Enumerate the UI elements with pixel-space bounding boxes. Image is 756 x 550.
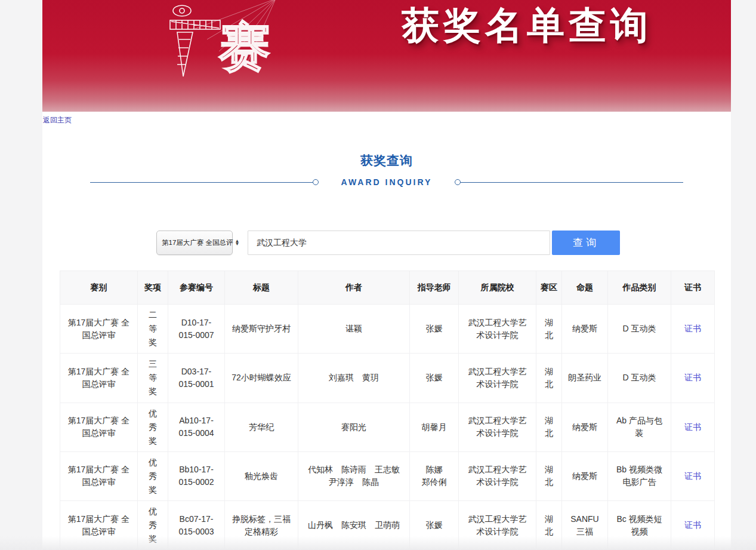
header-work-type: 作品类别 <box>608 271 671 305</box>
cell-category: 第17届大广赛 全国总评审 <box>60 402 138 451</box>
certificate-link[interactable]: 证书 <box>684 520 701 530</box>
cell-region: 湖北 <box>536 402 562 451</box>
header-region: 赛区 <box>536 271 562 305</box>
table-body: 第17届大广赛 全国总评审二等奖D10-17-015-0007纳爱斯守护牙村谌颖… <box>60 305 715 550</box>
certificate-link[interactable]: 证书 <box>684 373 701 382</box>
cell-topic: 纳爱斯 <box>562 402 608 451</box>
cell-category: 第17届大广赛 全国总评审 <box>60 354 138 402</box>
cell-region: 湖北 <box>536 354 562 402</box>
page-container: 赛 获奖名单查询 返回主页 获奖查询 AWARD INQUIRY 第17届大广赛… <box>42 0 731 550</box>
award-label: 优秀奖 <box>149 407 158 448</box>
cell-cert: 证书 <box>671 402 715 451</box>
cell-award: 优秀奖 <box>138 451 168 500</box>
cell-work_type: Ab 产品与包装 <box>608 402 671 451</box>
cell-region: 湖北 <box>536 451 562 500</box>
inquiry-subtitle-row: AWARD INQUIRY <box>90 177 683 187</box>
cell-school: 武汉工程大学艺术设计学院 <box>459 305 536 354</box>
cell-work_type: Bb 视频类微电影广告 <box>608 451 671 500</box>
header-cert: 证书 <box>671 271 715 305</box>
back-link-row: 返回主页 <box>42 112 731 125</box>
cell-category: 第17届大广赛 全国总评审 <box>60 451 138 500</box>
cell-authors: 刘嘉琪 黄玥 <box>298 354 410 402</box>
contest-select[interactable]: 第17届大广赛 全国总评 ▲▼ <box>156 231 233 255</box>
award-label: 二等奖 <box>149 308 158 349</box>
inquiry-title: 获奖查询 <box>42 152 731 169</box>
cell-authors: 代知林 陈诗雨 王志敏 尹淳淳 陈晶 <box>298 451 410 500</box>
cell-cert: 证书 <box>671 354 715 402</box>
cell-award: 二等奖 <box>138 305 168 354</box>
banner-title: 获奖名单查询 <box>402 0 652 51</box>
header-entry-no: 参赛编号 <box>168 271 225 305</box>
award-label: 优秀奖 <box>149 456 158 497</box>
cell-work_type: D 互动类 <box>608 305 671 354</box>
award-label: 三等奖 <box>149 357 158 398</box>
cell-work_type: D 互动类 <box>608 354 671 402</box>
svg-text:赛: 赛 <box>218 17 270 76</box>
banner: 赛 获奖名单查询 <box>42 0 731 112</box>
table-header: 赛别 奖项 参赛编号 标题 作者 指导老师 所属院校 赛区 命题 作品类别 证书 <box>60 271 715 305</box>
certificate-link[interactable]: 证书 <box>684 422 701 432</box>
results-table: 赛别 奖项 参赛编号 标题 作者 指导老师 所属院校 赛区 命题 作品类别 证书… <box>60 271 715 550</box>
cell-topic: 朗圣药业 <box>562 354 608 402</box>
cell-teacher: 张媛 <box>410 354 459 402</box>
bottom-strip <box>0 536 756 550</box>
certificate-link[interactable]: 证书 <box>684 471 701 481</box>
cell-cert: 证书 <box>671 305 715 354</box>
cell-school: 武汉工程大学艺术设计学院 <box>459 402 536 451</box>
table-row: 第17届大广赛 全国总评审优秀奖Ab10-17-015-0004芳华纪赛阳光胡馨… <box>60 402 715 451</box>
cell-authors: 谌颖 <box>298 305 410 354</box>
certificate-link[interactable]: 证书 <box>684 324 701 333</box>
cell-region: 湖北 <box>536 305 562 354</box>
cell-title: 釉光焕齿 <box>225 451 298 500</box>
cell-entry_no: Ab10-17-015-0004 <box>168 402 225 451</box>
cell-topic: 纳爱斯 <box>562 305 608 354</box>
school-search-input[interactable] <box>248 231 550 255</box>
back-home-link[interactable]: 返回主页 <box>43 116 72 124</box>
header-title: 标题 <box>225 271 298 305</box>
cell-entry_no: D03-17-015-0001 <box>168 354 225 402</box>
cell-award: 优秀奖 <box>138 402 168 451</box>
cell-title: 纳爱斯守护牙村 <box>225 305 298 354</box>
header-school: 所属院校 <box>459 271 536 305</box>
results-table-wrap: 赛别 奖项 参赛编号 标题 作者 指导老师 所属院校 赛区 命题 作品类别 证书… <box>60 271 714 550</box>
table-row: 第17届大广赛 全国总评审三等奖D03-17-015-000172小时蝴蝶效应刘… <box>60 354 715 402</box>
cell-school: 武汉工程大学艺术设计学院 <box>459 354 536 402</box>
table-row: 第17届大广赛 全国总评审二等奖D10-17-015-0007纳爱斯守护牙村谌颖… <box>60 305 715 354</box>
header-authors: 作者 <box>298 271 410 305</box>
inquiry-heading: 获奖查询 AWARD INQUIRY <box>42 152 731 187</box>
cell-title: 72小时蝴蝶效应 <box>225 354 298 402</box>
left-rule <box>90 182 313 183</box>
cell-award: 三等奖 <box>138 354 168 402</box>
select-arrows-icon: ▲▼ <box>233 240 240 245</box>
cell-topic: 纳爱斯 <box>562 451 608 500</box>
table-row: 第17届大广赛 全国总评审优秀奖Bb10-17-015-0002釉光焕齿代知林 … <box>60 451 715 500</box>
cell-category: 第17届大广赛 全国总评审 <box>60 305 138 354</box>
search-controls: 第17届大广赛 全国总评 ▲▼ 查询 <box>42 231 731 255</box>
cell-teacher: 胡馨月 <box>410 402 459 451</box>
header-teacher: 指导老师 <box>410 271 459 305</box>
cell-entry_no: D10-17-015-0007 <box>168 305 225 354</box>
cell-entry_no: Bb10-17-015-0002 <box>168 451 225 500</box>
inquiry-subtitle: AWARD INQUIRY <box>319 177 455 187</box>
header-category: 赛别 <box>60 271 138 305</box>
header-topic: 命题 <box>562 271 608 305</box>
cell-authors: 赛阳光 <box>298 402 410 451</box>
contest-logo-icon: 赛 <box>159 0 279 87</box>
right-rule <box>461 182 683 183</box>
cell-cert: 证书 <box>671 451 715 500</box>
cell-teacher: 张媛 <box>410 305 459 354</box>
cell-title: 芳华纪 <box>225 402 298 451</box>
cell-school: 武汉工程大学艺术设计学院 <box>459 451 536 500</box>
query-button[interactable]: 查询 <box>552 231 620 255</box>
header-award: 奖项 <box>138 271 168 305</box>
cell-teacher: 陈娜 郑伶俐 <box>410 451 459 500</box>
left-rule-dot-icon <box>313 179 319 185</box>
contest-select-value: 第17届大广赛 全国总评 <box>162 238 233 247</box>
right-rule-dot-icon <box>455 179 461 185</box>
